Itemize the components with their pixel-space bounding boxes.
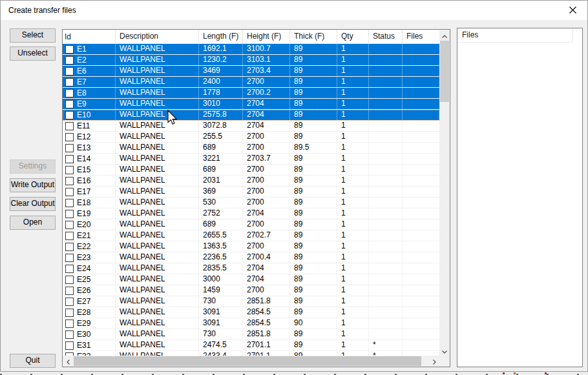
row-checkbox[interactable]: [65, 341, 74, 350]
row-checkbox[interactable]: [65, 166, 74, 174]
row-checkbox[interactable]: [65, 221, 74, 229]
scroll-left-button[interactable]: [63, 356, 73, 367]
cell-height: 2703.4: [243, 66, 290, 76]
table-row[interactable]: E14WALLPANEL32212703.7891: [63, 154, 439, 165]
vertical-scrollbar[interactable]: [439, 30, 450, 356]
row-checkbox[interactable]: [65, 243, 74, 251]
cell-files: [403, 329, 439, 340]
row-checkbox[interactable]: [65, 89, 74, 97]
table-row[interactable]: E8WALLPANEL17782700.2891: [63, 88, 439, 99]
table-row[interactable]: E27WALLPANEL7302851.8891: [63, 296, 439, 307]
cell-length: 2031: [199, 176, 243, 186]
column-header-description[interactable]: Description: [116, 30, 199, 43]
close-button[interactable]: [558, 1, 587, 19]
write-output-button[interactable]: Write Output: [10, 178, 56, 192]
cell-status: [369, 176, 403, 186]
table-row[interactable]: E20WALLPANEL6892700891: [63, 219, 439, 230]
clear-output-button[interactable]: Clear Output: [10, 197, 56, 211]
cell-status: [369, 99, 403, 109]
cell-length: 369: [199, 187, 243, 197]
row-checkbox[interactable]: [65, 100, 74, 108]
table-row[interactable]: E15WALLPANEL6892700891: [63, 165, 439, 176]
column-header-status[interactable]: Status: [369, 30, 403, 43]
row-checkbox[interactable]: [65, 265, 74, 273]
cell-status: *: [369, 351, 403, 356]
row-checkbox[interactable]: [65, 67, 74, 76]
table-row[interactable]: E1WALLPANEL1692.13100.7891: [63, 44, 439, 55]
row-checkbox[interactable]: [65, 210, 74, 218]
table-row[interactable]: E26WALLPANEL14592700891: [63, 285, 439, 296]
table-row[interactable]: E18WALLPANEL5302700891: [63, 198, 439, 208]
row-checkbox[interactable]: [65, 78, 74, 86]
files-panel[interactable]: Files: [457, 28, 583, 367]
table-row[interactable]: E31WALLPANEL2474.52701.1891*: [63, 340, 439, 351]
column-header-id[interactable]: Id: [63, 30, 116, 43]
row-checkbox[interactable]: [65, 155, 74, 163]
cell-qty: 1: [337, 143, 369, 153]
cell-status: [369, 285, 403, 296]
row-checkbox[interactable]: [65, 254, 74, 262]
table-row[interactable]: E11WALLPANEL3072.82704891: [63, 121, 439, 132]
table-row[interactable]: E22WALLPANEL1363.52700891: [63, 241, 439, 252]
row-checkbox[interactable]: [65, 188, 74, 196]
select-button[interactable]: Select: [10, 28, 56, 43]
column-header-height[interactable]: Height (F): [243, 30, 290, 43]
table-row[interactable]: E6WALLPANEL34692703.4891: [63, 66, 439, 77]
row-checkbox[interactable]: [65, 144, 74, 152]
table-row[interactable]: E2WALLPANEL1230.23103.1891: [63, 55, 439, 66]
row-checkbox[interactable]: [65, 111, 74, 119]
table-row[interactable]: E25WALLPANEL30002704891: [63, 274, 439, 285]
row-id-label: E21: [77, 231, 90, 241]
table-row[interactable]: E24WALLPANEL2835.52704891: [63, 263, 439, 274]
cell-files: [403, 55, 439, 65]
table-row[interactable]: E12WALLPANEL255.52700891: [63, 132, 439, 143]
scroll-up-button[interactable]: [439, 30, 450, 40]
column-header-files[interactable]: Files: [403, 30, 439, 43]
quit-button[interactable]: Quit: [10, 354, 56, 368]
row-checkbox[interactable]: [65, 287, 74, 295]
vertical-scrollbar-thumb[interactable]: [440, 41, 449, 102]
column-header-length[interactable]: Length (F): [199, 30, 243, 43]
column-header-thick[interactable]: Thick (F): [290, 30, 337, 43]
files-panel-header[interactable]: Files: [457, 28, 573, 43]
cell-height: 2701.1: [243, 340, 290, 350]
table-row[interactable]: E13WALLPANEL689270089.51: [63, 143, 439, 154]
row-checkbox[interactable]: [65, 330, 74, 339]
cell-files: [403, 274, 439, 285]
row-checkbox[interactable]: [65, 177, 74, 185]
cell-height: 2700: [243, 143, 290, 153]
table-row[interactable]: E19WALLPANEL27522704891: [63, 208, 439, 219]
scroll-down-button[interactable]: [439, 345, 450, 356]
table-row[interactable]: E9WALLPANEL30102704891: [63, 99, 439, 110]
cell-thick: 89: [290, 274, 337, 285]
cell-thick: 89: [290, 55, 337, 65]
horizontal-scrollbar[interactable]: [63, 356, 439, 367]
table-row[interactable]: E28WALLPANEL30912854.5891: [63, 307, 439, 318]
row-checkbox[interactable]: [65, 45, 74, 54]
row-checkbox[interactable]: [65, 56, 74, 65]
row-checkbox[interactable]: [65, 199, 74, 207]
row-checkbox[interactable]: [65, 133, 74, 141]
horizontal-scrollbar-thumb[interactable]: [74, 356, 421, 366]
row-checkbox[interactable]: [65, 276, 74, 284]
table-row[interactable]: E10WALLPANEL2575.82704891: [63, 110, 439, 121]
row-checkbox[interactable]: [65, 309, 74, 317]
table-row[interactable]: E16WALLPANEL20312700891: [63, 176, 439, 187]
table-row[interactable]: E32WALLPANEL2433.42701.1891*: [63, 351, 439, 356]
row-checkbox[interactable]: [65, 232, 74, 240]
table-row[interactable]: E29WALLPANEL30912854.5901: [63, 318, 439, 329]
column-header-qty[interactable]: Qty: [337, 30, 369, 43]
open-button[interactable]: Open: [10, 216, 56, 230]
table-row[interactable]: E17WALLPANEL3692700891: [63, 187, 439, 198]
cell-files: [403, 263, 439, 274]
table-row[interactable]: E21WALLPANEL2655.52702.7891: [63, 230, 439, 241]
table-row[interactable]: E30WALLPANEL7302851.8891: [63, 329, 439, 340]
table-row[interactable]: E23WALLPANEL2236.52700.4891: [63, 252, 439, 263]
row-checkbox[interactable]: [65, 319, 74, 328]
table-row[interactable]: E7WALLPANEL24002700891: [63, 77, 439, 88]
unselect-button[interactable]: Unselect: [10, 46, 56, 61]
row-checkbox[interactable]: [65, 298, 74, 306]
row-checkbox[interactable]: [65, 122, 74, 130]
scroll-right-button[interactable]: [429, 356, 439, 367]
row-id-label: E12: [77, 132, 90, 142]
